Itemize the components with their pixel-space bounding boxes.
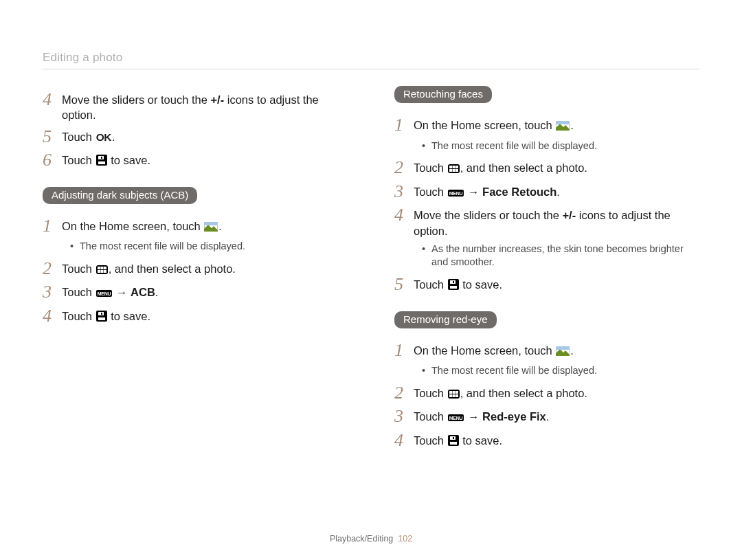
step-number: 4 [394,431,414,451]
step-number: 1 [394,341,414,361]
step-number: 2 [43,259,62,279]
photo-icon [556,121,570,131]
step-number: 3 [394,182,414,202]
svg-rect-17 [450,286,457,289]
step-5-ok: 5 Touch OK. [43,127,348,147]
content-columns: 4 Move the sliders or touch the +/- icon… [43,86,699,455]
step-number: 2 [394,383,414,403]
redeye-step-1: 1 On the Home screen, touch . [394,341,699,361]
retouch-step-1-note: The most recent file will be displayed. [422,139,699,153]
acb-step-4: 4 Touch to save. [43,306,348,326]
step-text: Touch to save. [414,275,502,292]
retouch-step-4-note: As the number increases, the skin tone b… [422,243,699,269]
svg-rect-3 [98,161,105,164]
left-column: 4 Move the sliders or touch the +/- icon… [43,86,348,455]
step-text: Move the sliders or touch the +/- icons … [62,90,348,123]
menu-icon: MENU [96,290,113,297]
step-text: Touch MENU → Red-eye Fix. [414,407,549,424]
step-text: Touch to save. [414,431,502,448]
step-number: 6 [43,150,62,170]
retouch-step-2: 2 Touch , and then select a photo. [394,158,699,178]
step-number: 2 [394,158,414,178]
svg-rect-9 [101,313,102,315]
thumbnail-grid-icon [96,265,108,274]
step-number: 3 [43,282,62,302]
retouch-step-3: 3 Touch MENU → Face Retouch. [394,182,699,202]
redeye-step-3: 3 Touch MENU → Red-eye Fix. [394,407,699,427]
acb-step-1-note: The most recent file will be displayed. [70,240,348,254]
step-number: 4 [394,205,414,225]
section-redeye-pill: Removing red-eye [394,311,497,328]
step-number: 1 [394,115,414,135]
step-text: Touch , and then select a photo. [414,383,587,401]
step-text: Touch , and then select a photo. [414,158,587,175]
step-number: 3 [394,407,414,427]
save-icon [96,311,107,322]
footer-page-number: 102 [398,534,412,544]
step-text: Touch MENU → Face Retouch. [414,182,560,199]
thumbnail-grid-icon [448,164,460,173]
section-acb-pill: Adjusting dark subjects (ACB) [43,187,197,204]
svg-rect-23 [453,437,454,439]
step-number: 5 [394,275,414,295]
svg-rect-6 [204,222,218,225]
right-column: Retouching faces 1 On the Home screen, t… [394,86,699,455]
acb-step-2: 2 Touch , and then select a photo. [43,259,348,279]
step-number: 5 [43,127,62,147]
svg-rect-10 [98,317,105,320]
acb-step-3: 3 Touch MENU → ACB. [43,282,348,302]
ok-icon: OK [96,131,111,145]
save-icon [448,435,459,446]
footer-section: Playback/Editing [330,534,393,544]
retouch-step-5: 5 Touch to save. [394,275,699,295]
step-text: Touch , and then select a photo. [62,259,236,276]
svg-rect-13 [556,121,570,124]
step-text: On the Home screen, touch . [62,216,222,234]
svg-rect-24 [450,442,457,445]
redeye-step-2: 2 Touch , and then select a photo. [394,383,699,403]
acb-step-1: 1 On the Home screen, touch . [43,216,348,236]
save-icon [96,155,107,166]
thumbnail-grid-icon [448,390,460,399]
menu-icon: MENU [448,190,464,197]
step-6-save: 6 Touch to save. [43,150,348,170]
step-text: Touch MENU → ACB. [62,282,158,300]
step-4-adjust: 4 Move the sliders or touch the +/- icon… [43,90,348,123]
redeye-step-4: 4 Touch to save. [394,431,699,451]
svg-rect-20 [556,346,570,350]
step-text: Move the sliders or touch the +/- icons … [414,205,699,238]
step-text: On the Home screen, touch . [414,341,574,358]
photo-icon [556,346,570,356]
menu-icon: MENU [448,414,464,421]
step-text: On the Home screen, touch . [414,115,574,133]
redeye-step-1-note: The most recent file will be displayed. [422,364,699,378]
page-header: Editing a photo [43,51,699,69]
step-number: 4 [43,90,62,110]
step-text: Touch to save. [62,306,150,324]
section-retouch-pill: Retouching faces [394,86,492,103]
svg-rect-2 [101,157,102,159]
page-footer: Playback/Editing 102 [0,534,742,544]
retouch-step-4: 4 Move the sliders or touch the +/- icon… [394,205,699,238]
svg-rect-16 [453,281,454,283]
step-text: Touch to save. [62,150,150,168]
retouch-step-1: 1 On the Home screen, touch . [394,115,699,135]
photo-icon [204,222,218,232]
step-number: 1 [43,216,62,236]
save-icon [448,279,459,290]
step-text: Touch OK. [62,127,115,145]
step-number: 4 [43,306,62,326]
